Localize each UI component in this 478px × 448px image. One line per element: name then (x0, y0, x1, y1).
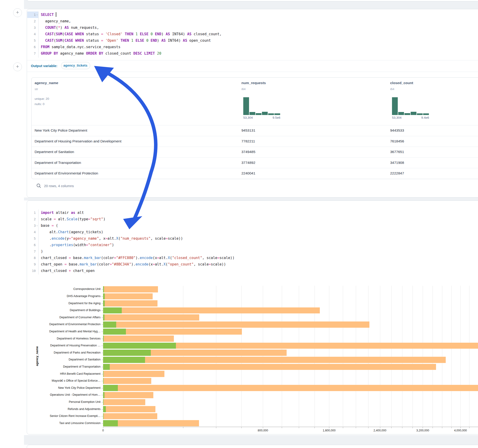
add-cell-button[interactable]: + (13, 62, 22, 71)
column-stat: unique: 20 (35, 97, 49, 100)
histogram-min-label: 53,304 (392, 116, 402, 119)
histogram-min-label: 53,304 (243, 116, 253, 119)
code-token: LIMIT (144, 51, 155, 56)
code-line[interactable]: 3 COUNT(*) AS num_requests, (27, 25, 478, 31)
line-number: 1 (29, 210, 36, 216)
column-type: str (35, 87, 38, 91)
code-line[interactable]: 8chart_closed = base.mark_bar(color="#FF… (27, 255, 478, 261)
code-token: ( (62, 32, 64, 36)
code-token: THEN (120, 38, 129, 43)
table-cell-value[interactable]: 7782211 (241, 136, 255, 147)
code-line[interactable]: 1import altair as alt (27, 210, 478, 216)
code-token: "agency_name" (71, 236, 99, 241)
table-cell-agency[interactable]: Department of Sanitation (35, 147, 74, 157)
code-token: SELECT (41, 13, 54, 17)
code-line[interactable]: 5 .encode(y="agency_name", x=alt.X("num_… (27, 235, 478, 242)
code-token (103, 32, 105, 36)
code-line[interactable]: 9chart_open = base.mark_bar(color="#8BC3… (27, 261, 478, 268)
code-token (133, 32, 135, 36)
code-line[interactable]: 10chart_closed + chart_open (27, 268, 478, 274)
column-histogram[interactable] (392, 97, 429, 115)
table-cell-value[interactable]: 3774892 (241, 157, 255, 168)
code-token: 20 (157, 51, 161, 56)
code-text: chart_open = base.mark_bar(color="#8BC34… (41, 261, 226, 268)
code-line[interactable]: 4 alt.Chart(agency_tickets) (27, 229, 478, 235)
table-cell-agency[interactable]: Department of Environmental Protection (35, 168, 98, 179)
table-cell-value[interactable]: 9443533 (390, 125, 404, 136)
code-token: num_requests, (69, 25, 99, 30)
table-cell-value[interactable]: 2222847 (390, 168, 404, 179)
dataframe-table[interactable]: agency_namestrunique: 20nulls: 0num_requ… (31, 77, 478, 179)
line-number: 3 (29, 222, 36, 229)
code-line[interactable]: 6FROM sample_data.nyc.service_requests (27, 44, 478, 50)
code-token: status (84, 32, 101, 36)
code-token: SUM (56, 38, 62, 43)
code-line[interactable]: 3˅base = ( (27, 222, 478, 229)
column-histogram[interactable] (243, 97, 281, 115)
code-token: ORDER BY (86, 51, 103, 56)
column-header[interactable]: num_requests (241, 81, 266, 85)
code-line[interactable]: 4 CAST(SUM(CASE WHEN status = 'Closed' T… (27, 31, 478, 37)
table-cell-value[interactable]: 3749485 (241, 147, 255, 157)
table-cell-value[interactable]: 7618456 (390, 136, 404, 147)
table-cell-value[interactable]: 9453131 (241, 125, 255, 136)
code-token: , scale (151, 236, 166, 241)
code-line[interactable]: 7GROUP BY agency_name ORDER BY closed_co… (27, 50, 478, 57)
code-token: = (88, 217, 90, 221)
code-token: altair (54, 211, 71, 215)
code-token: = (217, 256, 219, 260)
table-cell-value[interactable]: 3677651 (390, 147, 404, 157)
code-token: scale)) (211, 262, 226, 266)
code-token: = (101, 32, 103, 36)
code-token (41, 25, 45, 30)
column-header[interactable]: agency_name (35, 81, 58, 85)
code-line[interactable]: 5 CAST(SUM(CASE WHEN status = 'Open' THE… (27, 37, 478, 44)
table-cell-agency[interactable]: Department of Transportation (35, 157, 81, 168)
code-token: AS (65, 25, 69, 30)
code-token (149, 32, 151, 36)
table-cell-value[interactable]: 2240041 (241, 168, 255, 179)
code-line[interactable]: 1˅SELECT (27, 12, 478, 18)
search-icon[interactable] (36, 183, 41, 188)
code-token: (width (73, 243, 86, 247)
code-token: (color (101, 256, 114, 260)
code-text: .encode(y="agency_name", x=alt.X("num_re… (41, 235, 183, 242)
code-line[interactable]: 7) (27, 248, 478, 255)
code-token: base (41, 224, 52, 228)
fold-chevron-icon[interactable]: ˅ (37, 223, 38, 229)
code-token: scale)) (220, 256, 234, 260)
line-number: 7 (29, 50, 36, 57)
sql-cell[interactable]: 1˅SELECT 2 agency_name,3 COUNT(*) AS num… (27, 9, 478, 198)
fold-chevron-icon[interactable]: ˅ (37, 12, 38, 18)
code-token (153, 32, 155, 36)
code-token: CASE (65, 32, 73, 36)
python-cell[interactable]: 1import altair as alt2scale = alt.Scale(… (27, 200, 478, 434)
code-token (73, 32, 75, 36)
code-line[interactable]: 2 agency_name, (27, 18, 478, 25)
code-token: alt. (107, 236, 116, 241)
table-cell-agency[interactable]: New York City Police Department (35, 125, 87, 136)
column-header[interactable]: closed_count (390, 81, 413, 85)
code-token: alt. (41, 230, 58, 234)
python-editor[interactable]: 1import altair as alt2scale = alt.Scale(… (27, 210, 478, 276)
code-token: closed_count (103, 51, 133, 56)
code-token: + (69, 269, 71, 273)
output-variable-pill[interactable]: agency_tickets (61, 62, 90, 69)
table-cell-value[interactable]: 3471908 (390, 157, 404, 168)
code-token: as (71, 211, 75, 215)
code-token (138, 32, 140, 36)
histogram-bar (262, 112, 268, 115)
code-line[interactable]: 2scale = alt.Scale(type="sqrt") (27, 216, 478, 222)
code-token: 1 (131, 38, 133, 43)
code-token: ( (54, 224, 58, 228)
sql-editor[interactable]: 1˅SELECT 2 agency_name,3 COUNT(*) AS num… (27, 12, 478, 58)
add-cell-button[interactable]: + (13, 8, 22, 17)
code-token: AS (166, 32, 170, 36)
code-token: = (86, 243, 88, 247)
code-line[interactable]: 6 .properties(width="container") (27, 242, 478, 248)
code-token: encode (52, 236, 65, 241)
code-token: ( (170, 256, 172, 260)
code-token: CASE (65, 38, 73, 43)
table-cell-agency[interactable]: Department of Housing Preservation and D… (35, 136, 121, 147)
code-text: alt.Chart(agency_tickets) (41, 229, 103, 235)
